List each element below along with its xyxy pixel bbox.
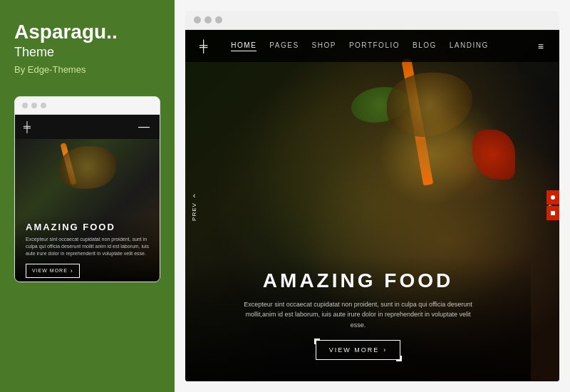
side-btn-icon-2 (549, 210, 556, 217)
mobile-nav: ╪ — (15, 115, 160, 139)
theme-title: Asparagu.. (14, 21, 160, 43)
browser-chrome-dot-1 (194, 16, 201, 24)
browser-dot-1 (22, 103, 28, 108)
nav-link-shop[interactable]: SHOP (312, 41, 336, 51)
mobile-view-more-label: VIEW MORE (32, 268, 68, 273)
view-more-arrow-icon: › (383, 346, 387, 354)
view-more-button[interactable]: VIEW MORE › (316, 340, 401, 360)
hero-cta-area: VIEW MORE › (214, 340, 502, 360)
browser-content: ╪ HOME PAGES SHOP PORTFOLIO BLOG LANDING… (185, 30, 559, 381)
sidebar: Asparagu.. Theme By Edge-Themes ╪ — AMAZ… (0, 0, 175, 392)
nav-link-landing[interactable]: LANDING (450, 41, 489, 51)
theme-subtitle: Theme (14, 45, 160, 60)
nav-link-portfolio[interactable]: PORTFOLIO (349, 41, 400, 51)
mobile-preview-card: ╪ — AMAZING FOOD Excepteur sint occaecat… (14, 96, 160, 282)
browser-dot-3 (41, 103, 46, 108)
browser-dot-2 (31, 103, 37, 108)
side-btn-icon-1 (549, 194, 556, 201)
prev-arrow-icon: ‹ (193, 191, 196, 200)
side-action-buttons (546, 190, 559, 222)
mobile-view-more-button[interactable]: VIEW MORE › (26, 264, 80, 278)
view-more-label: VIEW MORE (329, 346, 380, 354)
mobile-hamburger-icon: — (138, 120, 151, 133)
desktop-hero: ‹ Prev › Next (185, 30, 559, 381)
nav-link-home[interactable]: HOME (231, 41, 256, 51)
mobile-hero-content: AMAZING FOOD Excepteur sint occaecat cup… (15, 215, 160, 282)
desktop-nav-logo: ╪ (200, 40, 209, 53)
nav-link-blog[interactable]: BLOG (413, 41, 437, 51)
mobile-button-arrow-icon: › (71, 267, 73, 274)
prev-label: Prev (191, 202, 197, 221)
main-preview-area: ╪ HOME PAGES SHOP PORTFOLIO BLOG LANDING… (175, 0, 570, 392)
svg-rect-1 (551, 211, 555, 215)
theme-author: By Edge-Themes (14, 64, 160, 75)
browser-chrome-dot-2 (204, 16, 212, 24)
mobile-nav-logo: ╪ (24, 121, 32, 133)
browser-chrome-dot-3 (215, 16, 222, 24)
browser-chrome (185, 11, 559, 30)
hero-title: AMAZING FOOD (214, 269, 502, 292)
mobile-browser-chrome (15, 97, 160, 115)
button-corner-br (396, 356, 402, 361)
prev-slide-button[interactable]: ‹ Prev (191, 191, 197, 221)
view-more-button-wrapper: VIEW MORE › (316, 340, 401, 360)
desktop-navigation: ╪ HOME PAGES SHOP PORTFOLIO BLOG LANDING… (185, 30, 559, 62)
hero-description: Excepteur sint occaecat cupidatat non pr… (237, 299, 480, 330)
mobile-hero-title: AMAZING FOOD (26, 222, 149, 232)
desktop-hamburger-icon[interactable]: ≡ (538, 41, 545, 52)
button-corner-tl (314, 339, 320, 344)
svg-point-0 (551, 195, 555, 200)
side-button-1[interactable] (546, 190, 559, 205)
mobile-food-decoration (59, 146, 116, 189)
food-illustration (330, 58, 544, 272)
side-button-2[interactable] (546, 206, 559, 220)
nav-link-pages[interactable]: PAGES (269, 41, 299, 51)
hero-text-overlay: AMAZING FOOD Excepteur sint occaecat cup… (185, 255, 531, 381)
mobile-hero-description: Excepteur sint occaecat cupidatat non pr… (26, 236, 149, 257)
mobile-hero: AMAZING FOOD Excepteur sint occaecat cup… (15, 139, 160, 282)
desktop-nav-links: HOME PAGES SHOP PORTFOLIO BLOG LANDING (231, 41, 537, 51)
